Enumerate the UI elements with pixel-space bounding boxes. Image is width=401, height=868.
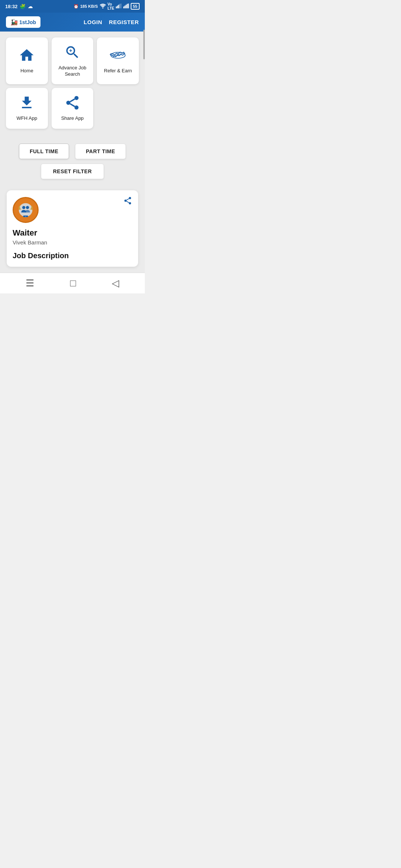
menu-label-home: Home xyxy=(20,68,33,74)
svg-point-17 xyxy=(129,197,131,199)
svg-point-14 xyxy=(74,106,78,110)
alarm-icon: ⏰ xyxy=(74,4,79,9)
svg-rect-4 xyxy=(119,4,120,8)
status-bar: 18:32 🧩 ☁ ⏰ 185 KB/S VoLTE xyxy=(0,0,145,13)
full-time-filter[interactable]: FULL TIME xyxy=(19,144,69,159)
bottom-nav: ☰ □ ◁ xyxy=(0,273,145,293)
signal-icon-2 xyxy=(123,3,129,9)
menu-card-advance-job-search[interactable]: Advance Job Search xyxy=(52,37,94,84)
svg-line-21 xyxy=(127,198,129,200)
svg-point-13 xyxy=(66,101,70,105)
menu-card-home[interactable]: Home xyxy=(6,37,48,84)
signal-icon-1 xyxy=(116,3,122,9)
scroll-indicator xyxy=(143,30,145,59)
status-right: ⏰ 185 KB/S VoLTE xyxy=(74,2,140,10)
svg-rect-7 xyxy=(124,6,125,8)
menu-label-share-app: Share App xyxy=(61,115,84,122)
menu-card-wfh-app[interactable]: WFH App xyxy=(6,88,48,129)
svg-point-27 xyxy=(25,216,26,217)
download-icon xyxy=(19,95,35,115)
menu-card-share-app[interactable]: Share App xyxy=(52,88,94,129)
time: 18:32 xyxy=(5,4,17,9)
menu-label-advance-job-search: Advance Job Search xyxy=(55,65,91,78)
svg-point-24 xyxy=(22,206,25,209)
menu-grid-row1: Home Advance Job Search Re xyxy=(6,37,139,84)
header-nav: LOGIN REGISTER xyxy=(84,19,139,25)
train-icon: 🚂 xyxy=(10,19,18,26)
svg-rect-10 xyxy=(128,4,129,9)
svg-rect-6 xyxy=(123,7,124,9)
menu-card-refer-earn[interactable]: Refer & Earn xyxy=(97,37,139,84)
handshake-icon xyxy=(110,47,126,68)
svg-point-23 xyxy=(19,203,33,217)
menu-label-wfh-app: WFH App xyxy=(17,115,38,122)
nav-menu-icon[interactable]: ☰ xyxy=(26,277,34,289)
filter-section: FULL TIME PART TIME RESET FILTER xyxy=(6,136,139,190)
svg-point-12 xyxy=(74,96,78,100)
svg-point-0 xyxy=(102,7,103,9)
logo-text: 1stJob xyxy=(19,19,36,25)
wifi-icon xyxy=(100,3,106,9)
empty-grid-cell xyxy=(97,88,139,129)
job-description-label: Job Description xyxy=(13,251,132,260)
share-icon xyxy=(64,95,81,115)
svg-point-25 xyxy=(26,206,29,209)
status-left: 18:32 🧩 ☁ xyxy=(5,4,33,9)
svg-point-19 xyxy=(129,202,131,204)
svg-rect-9 xyxy=(127,4,127,8)
menu-label-refer-earn: Refer & Earn xyxy=(104,68,132,74)
svg-rect-2 xyxy=(117,6,118,8)
filter-row: FULL TIME PART TIME xyxy=(19,144,126,159)
job-card: Waiter Vivek Barman Job Description xyxy=(7,190,138,267)
home-icon xyxy=(19,47,35,68)
cloud-icon: ☁ xyxy=(28,4,33,9)
reset-filter-button[interactable]: RESET FILTER xyxy=(41,164,104,179)
menu-grid-row2: WFH App Share App xyxy=(6,88,139,129)
svg-rect-3 xyxy=(118,5,119,9)
nav-back-icon[interactable]: ◁ xyxy=(112,277,119,289)
svg-line-15 xyxy=(70,104,75,106)
notification-icon: 🧩 xyxy=(20,4,26,9)
job-poster: Vivek Barman xyxy=(13,239,132,246)
main-content: Home Advance Job Search Re xyxy=(0,32,145,273)
svg-rect-1 xyxy=(116,7,117,9)
logo: 🚂 1stJob xyxy=(6,16,40,28)
nav-home-icon[interactable]: □ xyxy=(70,277,76,289)
battery-icon: 55 xyxy=(131,3,140,10)
search-plus-icon xyxy=(64,44,81,65)
company-avatar xyxy=(13,197,39,223)
login-link[interactable]: LOGIN xyxy=(84,19,102,25)
job-title: Waiter xyxy=(13,228,132,238)
svg-rect-8 xyxy=(125,5,126,9)
svg-line-20 xyxy=(127,201,129,203)
network-speed: 185 KB/S xyxy=(80,4,98,9)
svg-rect-5 xyxy=(121,4,121,9)
register-link[interactable]: REGISTER xyxy=(109,19,139,25)
part-time-filter[interactable]: PART TIME xyxy=(75,144,126,159)
app-header: 🚂 1stJob LOGIN REGISTER xyxy=(0,13,145,32)
svg-point-18 xyxy=(124,200,127,202)
volte-icon: VoLTE xyxy=(108,2,114,10)
job-card-share-icon[interactable] xyxy=(123,196,132,207)
svg-line-16 xyxy=(70,99,75,102)
